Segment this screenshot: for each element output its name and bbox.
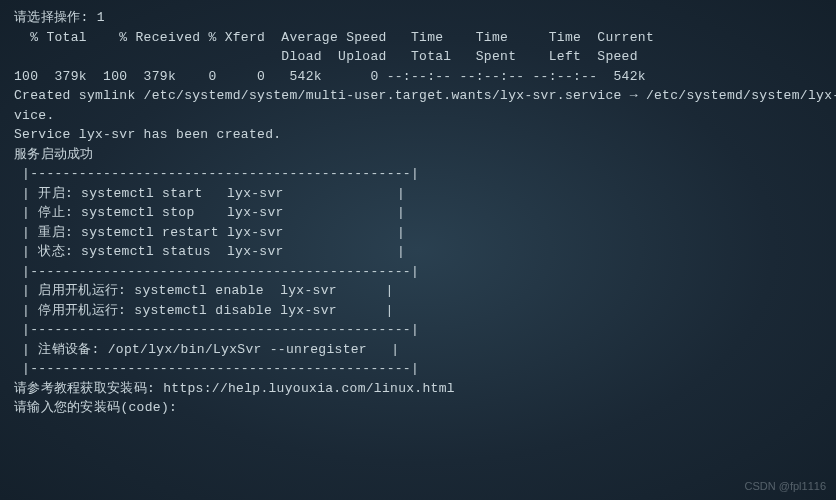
tutorial-url: 请参考教程获取安装码: https://help.luyouxia.com/li… (14, 379, 822, 399)
cmd-restart: | 重启: systemctl restart lyx-svr | (14, 223, 822, 243)
cmd-start: | 开启: systemctl start lyx-svr | (14, 184, 822, 204)
box-border-mid-2: |---------------------------------------… (14, 320, 822, 340)
service-start-success: 服务启动成功 (14, 145, 822, 165)
curl-header-2: Dload Upload Total Spent Left Speed (14, 47, 822, 67)
box-border-bottom: |---------------------------------------… (14, 359, 822, 379)
cmd-disable: | 停用开机运行: systemctl disable lyx-svr | (14, 301, 822, 321)
cmd-enable: | 启用开机运行: systemctl enable lyx-svr | (14, 281, 822, 301)
box-border-mid-1: |---------------------------------------… (14, 262, 822, 282)
prompt-select-action: 请选择操作: 1 (14, 8, 822, 28)
service-created-message: Service lyx-svr has been created. (14, 125, 822, 145)
curl-progress: 100 379k 100 379k 0 0 542k 0 --:--:-- --… (14, 67, 822, 87)
curl-header-1: % Total % Received % Xferd Average Speed… (14, 28, 822, 48)
watermark: CSDN @fpl1116 (745, 478, 826, 495)
box-border-top: |---------------------------------------… (14, 164, 822, 184)
code-input-prompt[interactable]: 请输入您的安装码(code): (14, 398, 822, 418)
symlink-message-1: Created symlink /etc/systemd/system/mult… (14, 86, 822, 106)
cmd-stop: | 停止: systemctl stop lyx-svr | (14, 203, 822, 223)
cmd-status: | 状态: systemctl status lyx-svr | (14, 242, 822, 262)
cmd-unregister: | 注销设备: /opt/lyx/bin/LyxSvr --unregister… (14, 340, 822, 360)
symlink-message-2: vice. (14, 106, 822, 126)
